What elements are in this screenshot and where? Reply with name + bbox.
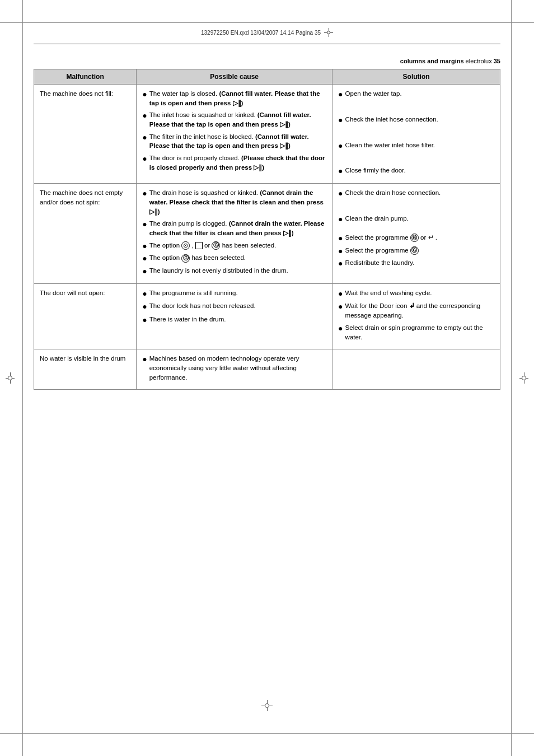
bullet-item: ● Redistribute the laundry. [338,258,494,268]
bullet-item: ● Close firmly the door. [338,166,494,176]
bullet-icon: ● [142,220,147,229]
table-row: The door will not open: ● The programme … [34,283,500,349]
bullet-icon: ● [338,289,343,298]
cause-cell-2: ● The drain hose is squashed or kinked. … [137,184,332,284]
bullet-icon: ● [338,246,343,256]
bullet-icon: ● [142,111,147,120]
bullet-item: ● Open the water tap. [338,89,494,99]
brand-label: electrolux [466,58,492,64]
bullet-icon: ● [338,324,343,333]
prog-arrow-icon: ↵ [428,233,434,242]
page-number: 35 [494,58,500,64]
crosshair-icon [324,28,333,37]
malfunction-cell-2: The machine does not empty and/or does n… [34,184,137,284]
bullet-item: ● The filter in the inlet hose is blocke… [142,132,326,151]
solution-cell-4 [332,349,500,390]
bullet-icon: ● [338,115,343,125]
bullet-item: ● The drain pump is clogged. (Cannot dra… [142,219,326,237]
bullet-item: ● Check the drain hose connection. [338,188,494,198]
page-title-row: columns and margins electrolux 35 [0,53,534,69]
bullet-item: ● Clean the drain pump. [338,214,494,224]
bullet-icon: ● [338,302,343,311]
bullet-icon: ● [142,302,147,311]
malfunction-cell-1: The machine does not fill: [34,85,137,184]
prog-g-icon: Ⓖ [410,234,419,242]
bullet-item: ● Check the inlet hose connection. [338,115,494,125]
bullet-item: ● The door is not properly closed. (Plea… [142,153,326,172]
page-footer-reg [261,700,273,711]
malfunction-table: Malfunction Possible cause Solution The … [34,69,500,390]
bullet-item: ● Machines based on modern technology op… [142,354,326,382]
header-line [34,44,500,44]
cause-cell-1: ● The water tap is closed. (Cannot fill … [137,85,332,184]
solution-cell-3: ● Wait the end of washing cycle. ● Wait … [332,283,500,349]
bullet-icon: ● [338,189,343,198]
bullet-item: ● The water tap is closed. (Cannot fill … [142,89,326,108]
bullet-icon: ● [142,267,147,276]
bullet-icon: ● [142,289,147,298]
table-row: No water is visible in the drum ● Machin… [34,349,500,390]
col-header-solution: Solution [332,69,500,85]
bullet-item: ● The laundry is not evenly distributed … [142,266,326,276]
bullet-item: ● Select the programme Ⓖ or ↵ . [338,233,494,243]
bullet-icon: ● [142,315,147,325]
bullet-icon: ● [338,214,343,224]
reg-mark-right [519,372,528,384]
page-title-text: columns and margins electrolux 35 [400,58,500,64]
page-border-right [511,0,512,756]
door-icon: ↲ [409,301,415,311]
page-title-label: columns and margins [400,58,464,64]
reg-mark-left [6,372,15,384]
bullet-item: ● Wait the end of washing cycle. [338,288,494,298]
bullet-item: ● Clean the water inlet hose filter. [338,141,494,151]
bullet-icon: ● [338,234,343,243]
bullet-icon: ● [338,141,343,151]
bullet-icon: ● [338,259,343,268]
bullet-item: ● Select the programme Ⓖ [338,246,494,256]
prog-g2-icon: Ⓖ [410,246,419,255]
option-circle2-icon: Ⓖ [181,254,190,263]
malfunction-cell-3: The door will not open: [34,283,137,349]
option-square-icon [195,242,203,249]
option-spin-icon: ⊙ [181,241,190,250]
page-header: 132972250 EN.qxd 13/04/2007 14.14 Pagina… [0,0,534,53]
bullet-icon: ● [142,189,147,198]
solution-cell-2: ● Check the drain hose connection. ● Cle… [332,184,500,284]
bullet-icon: ● [338,90,343,99]
bullet-item: ● The inlet hose is squashed or kinked. … [142,110,326,129]
table-row: The machine does not empty and/or does n… [34,184,500,284]
bullet-item: ● The programme is still running. [142,288,326,298]
bullet-item: ● The option ⊙ , or Ⓖ has been selected. [142,241,326,251]
bullet-item: ● Wait for the Door icon ↲ and the corre… [338,301,494,320]
page-border-left [22,0,23,756]
option-circle-icon: Ⓖ [212,241,220,250]
bullet-item: ● The option Ⓖ has been selected. [142,253,326,263]
bullet-icon: ● [142,354,147,364]
main-content: Malfunction Possible cause Solution The … [0,69,534,390]
bullet-icon: ● [142,90,147,99]
bullet-item: ● The door lock has not been released. [142,301,326,311]
bullet-icon: ● [142,133,147,142]
bullet-icon: ● [338,166,343,176]
bullet-icon: ● [142,254,147,263]
file-info: 132972250 EN.qxd 13/04/2007 14.14 Pagina… [201,28,333,37]
col-header-cause: Possible cause [137,69,332,85]
cause-cell-4: ● Machines based on modern technology op… [137,349,332,390]
bullet-icon: ● [142,154,147,164]
cause-cell-3: ● The programme is still running. ● The … [137,283,332,349]
bullet-item: ● There is water in the drum. [142,315,326,325]
table-row: The machine does not fill: ● The water t… [34,85,500,184]
malfunction-cell-4: No water is visible in the drum [34,349,137,390]
solution-cell-1: ● Open the water tap. ● Check the inlet … [332,85,500,184]
bullet-item: ● The drain hose is squashed or kinked. … [142,188,326,216]
bullet-icon: ● [142,241,147,251]
bullet-item: ● Select drain or spin programme to empt… [338,323,494,342]
page-border-bottom [0,733,534,734]
col-header-malfunction: Malfunction [34,69,137,85]
